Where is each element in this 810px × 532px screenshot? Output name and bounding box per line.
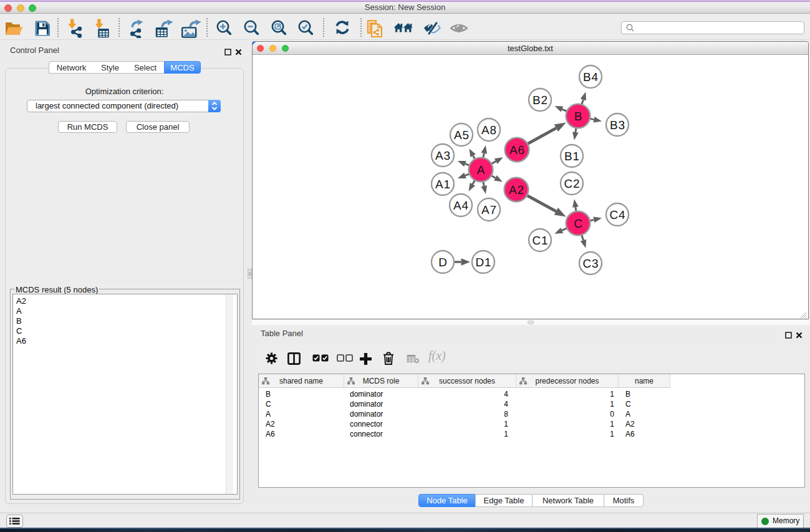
svg-text:B3: B3: [610, 119, 625, 132]
svg-text:D: D: [438, 256, 448, 269]
svg-text:A5: A5: [454, 129, 470, 142]
svg-text:C4: C4: [610, 209, 626, 222]
svg-text:B2: B2: [533, 94, 548, 107]
svg-text:C2: C2: [564, 178, 581, 191]
svg-text:C: C: [574, 218, 583, 231]
svg-text:C3: C3: [583, 258, 599, 271]
svg-text:B: B: [574, 110, 582, 123]
svg-text:A2: A2: [509, 184, 524, 197]
svg-text:B1: B1: [564, 150, 580, 163]
svg-text:A4: A4: [453, 200, 469, 213]
svg-text:A8: A8: [481, 124, 497, 137]
svg-text:D1: D1: [476, 256, 492, 269]
svg-text:A1: A1: [435, 178, 451, 191]
svg-text:C1: C1: [533, 235, 549, 248]
svg-text:A3: A3: [435, 150, 451, 163]
svg-text:A6: A6: [509, 144, 525, 157]
svg-text:A7: A7: [481, 204, 497, 217]
svg-text:A: A: [477, 164, 485, 177]
svg-text:B4: B4: [583, 71, 599, 84]
